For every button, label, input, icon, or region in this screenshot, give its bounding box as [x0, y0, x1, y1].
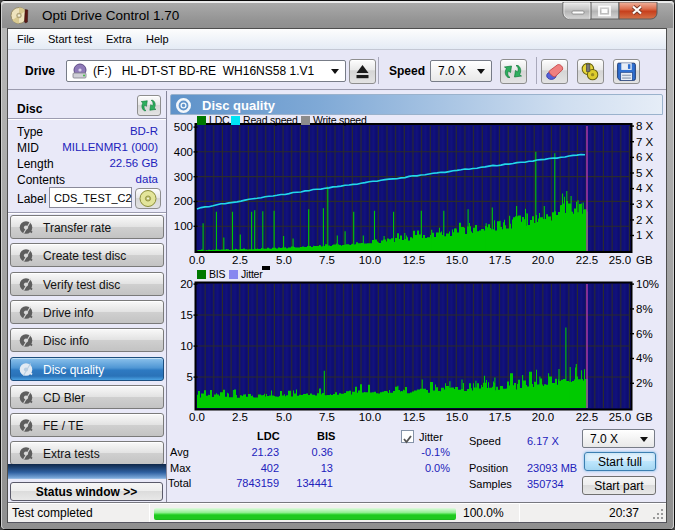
svg-text:4 X: 4 X [636, 182, 654, 194]
svg-text:3 X: 3 X [636, 198, 654, 210]
svg-text:20.0: 20.0 [532, 254, 554, 266]
svg-text:GB: GB [636, 254, 653, 266]
svg-text:5.0: 5.0 [276, 411, 292, 423]
svg-text:2.5: 2.5 [232, 254, 248, 266]
svg-text:10.0: 10.0 [359, 411, 381, 423]
svg-text:Jitter: Jitter [241, 268, 263, 280]
svg-text:2.5: 2.5 [232, 411, 248, 423]
svg-text:6%: 6% [636, 328, 653, 340]
svg-text:20.0: 20.0 [532, 411, 554, 423]
svg-text:17.5: 17.5 [489, 411, 511, 423]
svg-text:GB: GB [636, 411, 653, 423]
svg-text:4%: 4% [636, 352, 653, 364]
svg-text:22.5: 22.5 [576, 411, 598, 423]
svg-text:0.0: 0.0 [189, 254, 205, 266]
svg-text:7.5: 7.5 [319, 411, 335, 423]
svg-text:7.5: 7.5 [319, 254, 335, 266]
svg-text:25.0: 25.0 [609, 411, 631, 423]
svg-text:5.0: 5.0 [276, 254, 292, 266]
svg-text:22.5: 22.5 [576, 254, 598, 266]
svg-text:Write speed: Write speed [313, 114, 367, 126]
svg-text:8 X: 8 X [636, 120, 654, 132]
svg-text:20: 20 [180, 278, 193, 290]
svg-text:5 X: 5 X [636, 167, 654, 179]
svg-text:15.0: 15.0 [446, 254, 468, 266]
svg-text:500: 500 [174, 121, 193, 133]
svg-text:7 X: 7 X [636, 136, 654, 148]
svg-text:300: 300 [174, 171, 193, 183]
svg-text:25.0: 25.0 [609, 254, 631, 266]
svg-text:10: 10 [180, 340, 193, 352]
svg-text:8%: 8% [636, 303, 653, 315]
svg-text:2%: 2% [636, 377, 653, 389]
svg-text:400: 400 [174, 146, 193, 158]
svg-text:200: 200 [174, 195, 193, 207]
svg-text:Read speed: Read speed [243, 114, 298, 126]
svg-text:1 X: 1 X [636, 229, 654, 241]
svg-text:5: 5 [187, 371, 193, 383]
svg-text:15: 15 [180, 309, 193, 321]
svg-text:2 X: 2 X [636, 214, 654, 226]
svg-text:17.5: 17.5 [489, 254, 511, 266]
svg-text:LDC: LDC [209, 114, 230, 126]
svg-text:6 X: 6 X [636, 151, 654, 163]
svg-text:12.5: 12.5 [403, 411, 425, 423]
svg-text:12.5: 12.5 [403, 254, 425, 266]
svg-text:BIS: BIS [209, 268, 226, 280]
svg-text:0.0: 0.0 [189, 411, 205, 423]
svg-text:10%: 10% [636, 278, 659, 290]
svg-text:10.0: 10.0 [359, 254, 381, 266]
svg-text:15.0: 15.0 [446, 411, 468, 423]
svg-text:100: 100 [174, 220, 193, 232]
